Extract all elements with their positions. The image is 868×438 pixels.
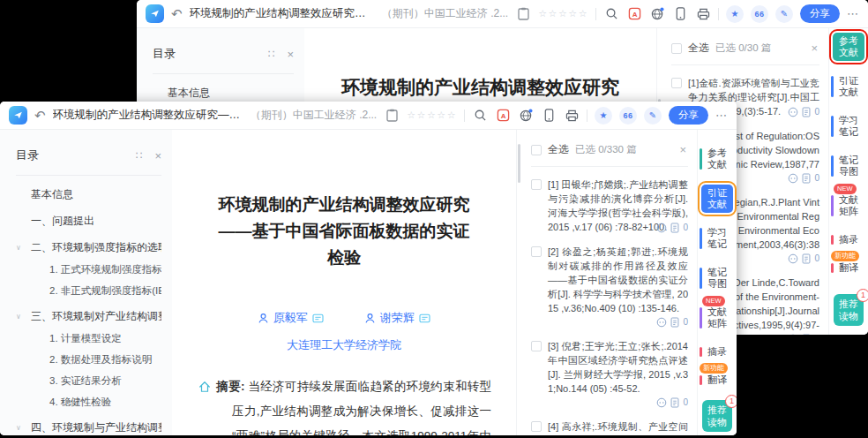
- pdf-icon[interactable]: A: [626, 6, 642, 22]
- favorite-icon[interactable]: ★: [595, 107, 612, 125]
- similar-articles-icon[interactable]: [788, 253, 798, 264]
- fulltext-icon[interactable]: [802, 334, 811, 336]
- toc-item[interactable]: 1. 计量模型设定: [16, 332, 161, 345]
- toc-item[interactable]: 2. 数据处理及指标说明: [16, 353, 161, 366]
- tab-study-notes[interactable]: 学习 笔记: [701, 224, 733, 253]
- star-rating[interactable]: ☆☆☆☆☆: [538, 8, 588, 19]
- toc-item[interactable]: 1. 正式环境规制强度指标(FERI): [16, 263, 161, 276]
- search-icon[interactable]: [603, 6, 619, 22]
- tab-citations[interactable]: 引证 文献: [833, 72, 864, 101]
- clipboard-icon[interactable]: [515, 6, 531, 22]
- tab-doc-matrix[interactable]: NEW文献 矩阵: [833, 192, 864, 220]
- toc-item[interactable]: 2. 非正式规制强度指标(IERI): [16, 284, 161, 298]
- similar-articles-icon[interactable]: [788, 107, 798, 117]
- toc-item-basic-info[interactable]: 基本信息: [153, 86, 294, 101]
- edit-icon[interactable]: ✎: [644, 107, 662, 125]
- back-icon[interactable]: ↶: [34, 109, 46, 122]
- select-all-checkbox[interactable]: [531, 145, 542, 155]
- close-icon[interactable]: ×: [811, 42, 819, 55]
- scrollbar-thumb[interactable]: [518, 144, 520, 183]
- translate-icon[interactable]: [649, 6, 665, 22]
- fulltext-icon[interactable]: [802, 173, 811, 184]
- outline-icon[interactable]: ∷: [268, 48, 275, 60]
- similar-articles-icon[interactable]: [656, 397, 667, 408]
- notification-badge: 1: [725, 395, 737, 408]
- citation-item[interactable]: [4] 高永祥;.环境规制、产业空间布局调整与地区经济增长的实证[J]. 统计与…: [531, 419, 688, 435]
- author-card-icon[interactable]: [419, 313, 430, 323]
- toc-item[interactable]: ∨二、环境规制强度指标的选取及...: [16, 240, 161, 255]
- citation-checkbox[interactable]: [531, 421, 542, 432]
- author[interactable]: 原毅军: [258, 310, 324, 326]
- edit-icon[interactable]: ✎: [775, 5, 793, 23]
- tab-excerpt[interactable]: 摘录: [701, 344, 733, 360]
- author[interactable]: 谢荣辉: [364, 310, 430, 326]
- tab-citations[interactable]: 引证 文献: [701, 185, 733, 213]
- share-button[interactable]: 分享: [669, 106, 708, 125]
- tab-note-map[interactable]: 笔记 导图: [833, 152, 864, 180]
- more-button[interactable]: ⋯: [715, 109, 728, 122]
- star-rating[interactable]: ☆☆☆☆☆: [407, 110, 457, 121]
- print-icon[interactable]: [564, 108, 580, 124]
- new-badge: NEW: [702, 296, 725, 306]
- quote-icon[interactable]: 66: [751, 5, 768, 23]
- clipboard-icon[interactable]: [384, 108, 400, 124]
- print-icon[interactable]: [695, 6, 711, 22]
- chevron-down-icon[interactable]: ∨: [16, 313, 25, 321]
- chevron-down-icon[interactable]: ∨: [16, 244, 25, 252]
- similar-articles-icon[interactable]: [656, 223, 667, 233]
- more-button[interactable]: ⋯: [847, 7, 859, 20]
- similar-articles-icon[interactable]: [788, 334, 798, 336]
- pdf-icon[interactable]: A: [495, 108, 511, 124]
- citation-item[interactable]: [3] 倪君;王宇光;王立;张长;.2014年中国区域经济学研究热点评述[J].…: [531, 339, 688, 409]
- quote-icon[interactable]: 66: [619, 107, 637, 125]
- fulltext-icon[interactable]: [802, 253, 811, 264]
- tab-study-notes[interactable]: 学习 笔记: [833, 112, 864, 140]
- recommend-readings-button[interactable]: 1推荐 读物: [702, 400, 732, 432]
- select-all-label[interactable]: 全选: [548, 142, 569, 157]
- tab-references[interactable]: 参考 文献: [701, 145, 733, 173]
- mobile-icon[interactable]: [672, 6, 688, 22]
- close-icon[interactable]: ×: [287, 48, 294, 61]
- citation-count: 0: [814, 171, 819, 185]
- favorite-icon[interactable]: ★: [726, 5, 744, 23]
- toc-item[interactable]: 基本信息: [16, 187, 161, 202]
- citation-checkbox[interactable]: [531, 179, 542, 190]
- tab-note-map[interactable]: 笔记 导图: [701, 264, 733, 292]
- toc-item[interactable]: ∨三、环境规制对产业结构调整的...: [16, 309, 161, 324]
- fulltext-icon[interactable]: [802, 107, 811, 117]
- tab-references[interactable]: 参考 文献: [833, 33, 864, 61]
- affiliation[interactable]: 大连理工大学经济学院: [172, 337, 516, 353]
- search-icon[interactable]: [472, 108, 488, 124]
- translate-icon[interactable]: [518, 108, 534, 124]
- similar-articles-icon[interactable]: [788, 173, 798, 184]
- select-all-checkbox[interactable]: [671, 43, 682, 54]
- share-button[interactable]: 分享: [800, 4, 840, 23]
- outline-icon[interactable]: ∷: [136, 149, 143, 162]
- mobile-icon[interactable]: [541, 108, 557, 124]
- toc-item[interactable]: ∨四、环境规制与产业结构调整的...: [16, 420, 161, 435]
- tab-excerpt[interactable]: 摘录: [833, 231, 864, 248]
- recommend-readings-button[interactable]: 1推荐 读物: [834, 294, 864, 326]
- toc-item[interactable]: 3. 实证结果分析: [16, 374, 161, 388]
- reference-checkbox[interactable]: [671, 78, 682, 88]
- tab-label: 文献 矩阵: [707, 306, 727, 328]
- toc-item[interactable]: 4. 稳健性检验: [16, 396, 161, 409]
- citation-checkbox[interactable]: [531, 341, 542, 351]
- tab-translate[interactable]: 新功能翻译: [833, 260, 864, 276]
- fulltext-icon[interactable]: [670, 223, 679, 233]
- back-icon[interactable]: ↶: [171, 7, 183, 20]
- close-icon[interactable]: ×: [679, 143, 688, 156]
- similar-articles-icon[interactable]: [656, 317, 667, 328]
- citation-checkbox[interactable]: [531, 246, 542, 257]
- close-icon[interactable]: ×: [154, 149, 161, 162]
- fulltext-icon[interactable]: [670, 397, 679, 408]
- citation-item[interactable]: [2] 徐盈之;杨英超;郭进;.环境规制对碳减排的作用路径及效应——基于中国省级…: [531, 245, 688, 328]
- select-all-label[interactable]: 全选: [688, 41, 709, 56]
- author-card-icon[interactable]: [312, 313, 324, 323]
- tab-translate[interactable]: 新功能翻译: [701, 372, 733, 389]
- toc-item[interactable]: 一、问题提出: [16, 214, 161, 229]
- tab-doc-matrix[interactable]: NEW文献 矩阵: [701, 304, 733, 332]
- citation-item[interactable]: [1] 田银华;邝嫦娥;.产业结构调整与污染减排的演化博弈分析[J]. 河海大学…: [531, 177, 688, 234]
- fulltext-icon[interactable]: [670, 317, 679, 328]
- chevron-down-icon[interactable]: ∨: [16, 424, 25, 432]
